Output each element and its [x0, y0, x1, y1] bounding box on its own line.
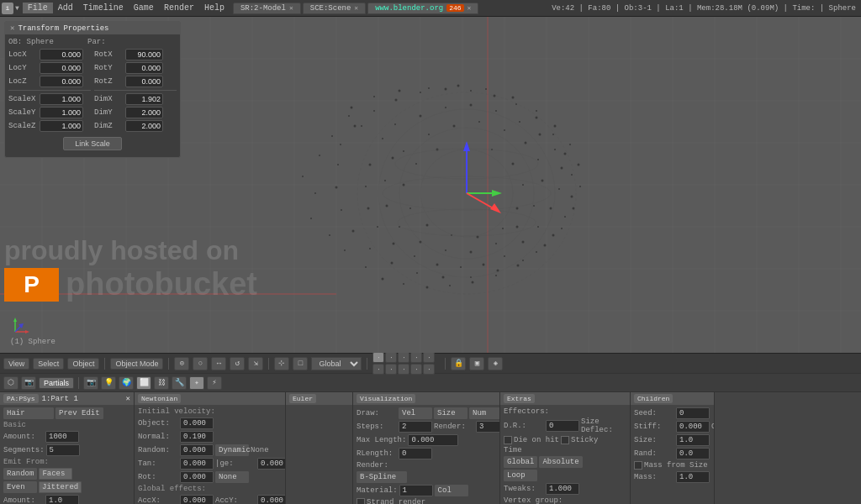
rot-input[interactable]: 0.000: [180, 471, 214, 483]
rot-y-input[interactable]: [125, 62, 163, 74]
dim-z-input[interactable]: [125, 120, 163, 132]
scale-y-input[interactable]: [40, 107, 83, 118]
random-btn[interactable]: Random: [3, 468, 37, 480]
object-mode-btn[interactable]: Object Mode: [110, 358, 163, 370]
layer-1-btn[interactable]: ·: [372, 352, 384, 363]
bspline-btn[interactable]: B-Spline: [357, 471, 407, 483]
even-btn[interactable]: Even: [3, 481, 37, 493]
rand-input[interactable]: 0.0: [676, 448, 710, 459]
menu-file[interactable]: File: [23, 3, 53, 13]
tab-scene[interactable]: SCE:Scene ✕: [303, 3, 366, 14]
transform-panel-close[interactable]: ✕: [10, 24, 14, 33]
world-prop-icon[interactable]: 🌍: [119, 376, 134, 390]
ige-input[interactable]: 0.000: [257, 458, 286, 470]
loop-btn[interactable]: Loop: [504, 470, 537, 481]
layer-9-btn[interactable]: ·: [410, 364, 422, 375]
rlength-input[interactable]: 0: [399, 448, 432, 459]
transform-icon[interactable]: ↔: [211, 357, 226, 370]
object-vel-input[interactable]: 0.000: [180, 417, 214, 429]
global-btn[interactable]: Global: [504, 456, 537, 468]
amount-input[interactable]: 1000: [45, 431, 79, 443]
stiff-input[interactable]: 0.000: [676, 421, 710, 433]
link-scale-button[interactable]: Link Scale: [63, 137, 122, 150]
render-preview-icon[interactable]: ▣: [469, 357, 484, 370]
dim-y-input[interactable]: [125, 107, 163, 118]
menu-help[interactable]: Help: [199, 3, 230, 13]
normal-vel-input[interactable]: 0.190: [180, 431, 214, 443]
select-menu-btn[interactable]: Select: [33, 358, 64, 370]
children-tab-label[interactable]: Children: [634, 394, 673, 403]
faces-btn[interactable]: Faces: [39, 468, 72, 480]
particle-x-btn[interactable]: ✕: [126, 394, 130, 403]
segments-input[interactable]: 5: [46, 444, 80, 456]
scene-icon[interactable]: ⬡: [3, 376, 18, 390]
menu-timeline[interactable]: Timeline: [78, 3, 129, 13]
mass-input[interactable]: 1.0: [676, 471, 710, 483]
constraint-icon[interactable]: ⛓: [154, 376, 169, 390]
sticky-check[interactable]: [561, 436, 569, 444]
absolute-btn[interactable]: Absolute: [539, 456, 582, 468]
accy-input[interactable]: 0.000: [257, 495, 286, 504]
vel-btn[interactable]: Vel: [399, 407, 432, 419]
mass-from-size-check[interactable]: [634, 461, 642, 470]
menu-render[interactable]: Render: [159, 3, 199, 13]
render-icon[interactable]: 📷: [21, 376, 36, 390]
seed-input[interactable]: 0: [676, 407, 710, 419]
physics-icon[interactable]: ⚡: [207, 376, 222, 390]
rot-x-input[interactable]: [125, 49, 163, 60]
max-length-input[interactable]: 0.000: [408, 434, 458, 446]
partials-tab[interactable]: Partials: [39, 377, 74, 389]
object-menu-btn[interactable]: Object: [67, 358, 99, 370]
particle-tab-label[interactable]: PA:PSys: [3, 394, 39, 403]
euler-tab-label[interactable]: Euler: [289, 394, 316, 403]
tab-blender-close[interactable]: ✕: [467, 4, 472, 12]
dim-x-input[interactable]: [125, 93, 163, 105]
col-btn[interactable]: Col: [435, 485, 468, 496]
num-btn[interactable]: Num: [469, 407, 500, 419]
layer-7-btn[interactable]: ·: [385, 364, 397, 375]
hair-type-select[interactable]: Hair: [3, 407, 54, 419]
lock-icon[interactable]: 🔒: [451, 357, 466, 370]
menu-add[interactable]: Add: [53, 3, 78, 13]
layer-3-btn[interactable]: ·: [398, 352, 409, 363]
children-size-input[interactable]: 1.0: [676, 434, 710, 446]
mat-input[interactable]: 1: [399, 485, 433, 496]
layer-5-btn[interactable]: ·: [423, 352, 435, 363]
modifier-icon[interactable]: 🔧: [172, 376, 187, 390]
rot-dropdown[interactable]: Dynamic: [215, 444, 249, 456]
proportional-icon[interactable]: ○: [193, 357, 208, 370]
object-prop-icon[interactable]: ⬜: [136, 376, 151, 390]
menu-game[interactable]: Game: [129, 3, 159, 13]
loc-z-input[interactable]: [40, 76, 83, 87]
select-box-icon[interactable]: □: [293, 357, 308, 370]
particle-icon[interactable]: ✦: [189, 376, 204, 390]
tan-input[interactable]: 0.000: [180, 458, 214, 470]
layer-6-btn[interactable]: ·: [372, 364, 384, 375]
scale-z-input[interactable]: [40, 120, 83, 132]
render-steps-input[interactable]: 3: [476, 421, 500, 433]
dr-input[interactable]: 0: [546, 420, 579, 432]
extras-tab-label[interactable]: Extras: [504, 394, 535, 403]
cursor-icon[interactable]: ⊹: [274, 357, 289, 370]
amount2-input[interactable]: 1.0: [45, 495, 79, 504]
lamp-prop-icon[interactable]: 💡: [101, 376, 116, 390]
die-on-hit-check[interactable]: [504, 436, 512, 444]
loc-y-input[interactable]: [40, 62, 83, 74]
prev-edit-btn[interactable]: Prev Edit: [55, 407, 103, 419]
rotate-icon[interactable]: ↺: [230, 357, 245, 370]
layer-4-btn[interactable]: ·: [410, 352, 422, 363]
tab-sr2-model[interactable]: SR:2-Model ✕: [233, 3, 301, 14]
camera-prop-icon[interactable]: 📷: [83, 376, 98, 390]
rot-z-input[interactable]: [125, 76, 163, 87]
view-menu-btn[interactable]: View: [3, 358, 29, 370]
vis-tab-label[interactable]: Visualization: [357, 394, 415, 403]
none2-label[interactable]: None: [215, 471, 249, 483]
jittered-btn[interactable]: Jittered: [39, 481, 82, 493]
tab-sr2-close[interactable]: ✕: [289, 4, 293, 12]
scale-x-input[interactable]: [40, 93, 83, 105]
viewport-shading-icon[interactable]: ◈: [488, 357, 503, 370]
tab-scene-close[interactable]: ✕: [354, 4, 358, 12]
loc-x-input[interactable]: [40, 49, 83, 60]
accx-input[interactable]: 0.000: [180, 495, 214, 504]
layer-2-btn[interactable]: ·: [385, 352, 397, 363]
